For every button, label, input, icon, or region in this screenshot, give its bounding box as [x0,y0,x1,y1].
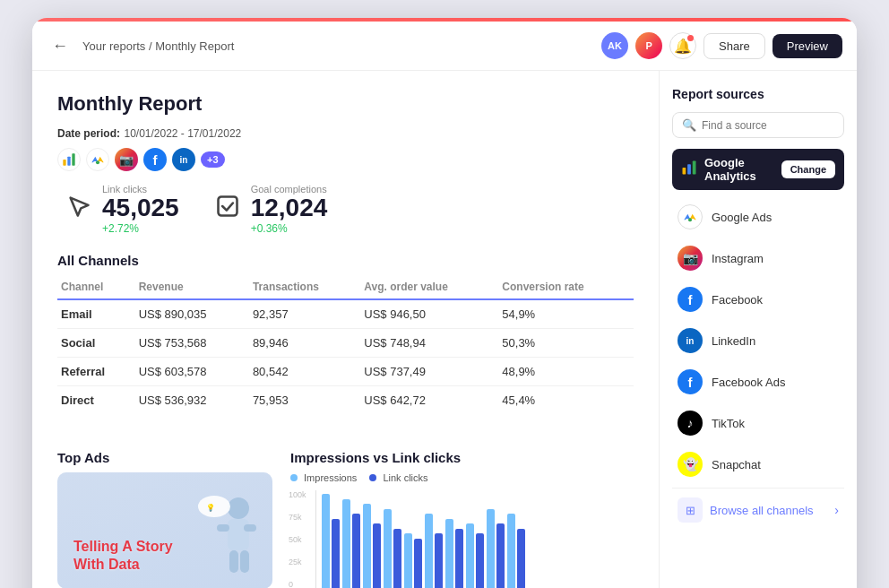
bottom-row: Top Ads [57,432,634,588]
svg-rect-15 [693,161,696,175]
clicks-bar [373,523,381,588]
source-item[interactable]: ♪TikTok [672,403,844,443]
svg-rect-7 [217,524,229,532]
table-cell: US$ 536,932 [135,385,249,414]
active-source-item[interactable]: Google Analytics Change [672,149,844,190]
source-icon-ga[interactable] [57,148,81,171]
source-item-label: TikTok [712,417,745,430]
top-ads-title: Top Ads [57,450,272,465]
notification-button[interactable]: 🔔 [669,32,696,59]
browse-all-channels[interactable]: ⊞ Browse all channels › [672,488,844,526]
table-cell: US$ 737,49 [360,357,498,385]
legend-clicks: Link clicks [369,472,427,483]
bar-group [322,494,340,588]
search-input[interactable] [702,119,836,132]
table-row: SocialUS$ 753,56889,946US$ 748,9450,3% [57,328,634,357]
source-item[interactable]: fFacebook Ads [672,362,844,402]
source-icon-instagram[interactable]: 📷 [115,148,138,171]
avatar-photo: P [635,32,662,59]
clicks-bar [496,523,505,588]
chart-bars [315,490,634,588]
impressions-bar [384,509,392,588]
col-channel: Channel [57,275,135,299]
svg-rect-13 [683,168,686,175]
table-cell: US$ 946,50 [360,299,498,329]
clicks-bar [414,539,422,588]
ga-label: Google Analytics [704,156,774,183]
arrow-right-icon: › [834,503,839,517]
svg-rect-14 [687,164,691,174]
report-sources-sidebar: Report sources 🔍 Google Analytics Change [660,71,857,588]
kpi-goal-change: +0.36% [251,222,328,235]
bar-group [466,523,484,588]
back-button[interactable]: ← [47,35,73,57]
kpi-link-clicks-change: +2.72% [102,222,179,235]
search-icon: 🔍 [682,118,696,132]
ad-card[interactable]: 💡 Telling A StoryWith Data [57,472,272,588]
source-item[interactable]: 📷Instagram [672,238,844,278]
source-item[interactable]: 👻Snapchat [672,445,844,484]
kpi-link-clicks-value: 45,025 [102,195,179,222]
chart-section: Impressions vs Link clicks Impressions L… [290,432,634,588]
bar-group [425,514,443,588]
bar-group [487,509,505,588]
change-source-button[interactable]: Change [781,160,835,178]
clicks-bar [435,533,443,588]
table-cell: Email [57,299,135,329]
svg-rect-1 [67,157,70,166]
legend-impressions: Impressions [290,472,357,483]
table-cell: 54,9% [498,299,634,329]
col-revenue: Revenue [135,275,249,299]
svg-rect-0 [63,160,65,166]
table-cell: US$ 890,035 [135,299,249,329]
source-item-label: LinkedIn [712,334,755,348]
kpi-goal-value: 12,024 [251,195,328,222]
source-item[interactable]: inLinkedIn [672,321,844,360]
main-content: Monthly Report Date period: 10/01/2022 -… [32,71,660,588]
share-button[interactable]: Share [703,33,765,59]
table-cell: 80,542 [249,357,360,385]
svg-rect-10 [240,550,249,573]
source-icon-facebook[interactable]: f [143,148,167,171]
impressions-bar [507,514,515,588]
table-cell: Direct [57,385,135,414]
source-item-label: Facebook [712,293,763,307]
clicks-bar [517,529,525,588]
cursor-icon [66,194,91,224]
more-sources-badge[interactable]: +3 [201,151,225,168]
check-icon [215,194,240,224]
source-item[interactable]: fFacebook [672,280,844,319]
impressions-bar [425,514,433,588]
table-cell: US$ 748,94 [360,328,498,357]
svg-point-16 [688,218,692,221]
impressions-bar [404,533,412,588]
svg-rect-2 [72,153,74,165]
source-item[interactable]: Google Ads [672,197,844,237]
all-channels-title: All Channels [57,253,634,268]
impressions-bar [466,523,474,588]
table-row: DirectUS$ 536,93275,953US$ 642,7245,4% [57,385,634,414]
col-avg-order: Avg. order value [360,275,498,299]
chart-legend: Impressions Link clicks [290,472,634,483]
source-item-label: Google Ads [712,211,772,224]
clicks-bar [352,514,360,588]
source-icon-gads[interactable] [86,148,109,171]
impressions-bar [445,519,453,588]
grid-icon: ⊞ [678,497,703,523]
table-cell: 75,953 [249,385,360,414]
source-item-label: Snapchat [712,458,761,471]
svg-point-5 [228,497,249,519]
topbar: ← Your reports / Monthly Report AK P 🔔 S… [32,22,857,71]
clicks-dot [369,474,376,481]
svg-rect-8 [244,524,256,532]
ad-illustration: 💡 [192,490,263,588]
table-cell: US$ 642,72 [360,385,498,414]
bar-group [363,504,381,588]
kpi-row: Link clicks 45,025 +2.72% Goal completio… [57,184,634,235]
svg-point-3 [96,160,99,164]
source-icon-linkedin[interactable]: in [172,148,195,171]
search-box: 🔍 [672,112,844,138]
preview-button[interactable]: Preview [772,34,842,58]
clicks-bar [455,529,463,588]
clicks-bar [393,529,401,588]
